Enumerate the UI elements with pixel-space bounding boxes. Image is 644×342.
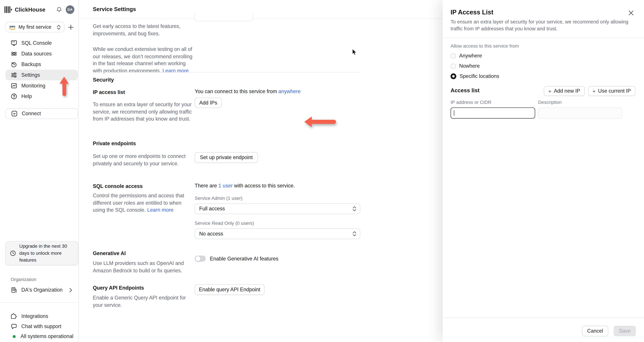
security-section-heading: Security bbox=[93, 77, 193, 83]
system-status-label: All systems operational bbox=[20, 334, 73, 339]
connect-button[interactable]: Connect bbox=[5, 108, 78, 119]
organization-section-label: Organization bbox=[11, 277, 36, 282]
sidebar-item-chat-support[interactable]: Chat with support bbox=[5, 321, 78, 332]
generative-ai-description: Use LLM providers such as OpenAI and Ama… bbox=[93, 260, 193, 275]
sidebar-divider bbox=[0, 302, 79, 303]
add-ips-button[interactable]: Add IPs bbox=[195, 98, 222, 108]
backups-history-icon bbox=[11, 61, 17, 68]
radio-circle-icon bbox=[451, 63, 456, 69]
add-new-ip-button[interactable]: +Add new IP bbox=[544, 86, 585, 96]
clickhouse-logo-icon bbox=[4, 6, 12, 13]
connect-from-text: You can connect to this service from bbox=[195, 89, 277, 94]
main-content: Service Settings Get early access to the… bbox=[79, 0, 443, 342]
chat-support-label: Chat with support bbox=[21, 324, 61, 329]
radio-anywhere[interactable]: Anywhere bbox=[451, 53, 482, 59]
integrations-label: Integrations bbox=[21, 313, 48, 319]
sql-users-summary: There are 1 user with access to this ser… bbox=[195, 183, 367, 188]
service-name: My first service bbox=[18, 24, 55, 30]
panel-subtitle: To ensure an extra layer of security for… bbox=[451, 18, 639, 32]
sidebar-item-label: SQL Console bbox=[21, 40, 52, 46]
generative-ai-heading: Generative AI bbox=[93, 251, 193, 256]
status-green-dot-icon bbox=[12, 335, 16, 338]
query-api-heading: Query API Endpoints bbox=[93, 285, 193, 291]
enable-query-api-button[interactable]: Enable query API Endpoint bbox=[195, 284, 264, 295]
help-icon bbox=[11, 93, 17, 100]
ip-cidr-input[interactable] bbox=[451, 108, 535, 119]
ip-cidr-label: IP address or CIDR bbox=[451, 100, 492, 105]
description-label: Description bbox=[538, 100, 562, 105]
sidebar-item-label: Backups bbox=[21, 61, 41, 67]
description-input[interactable] bbox=[538, 108, 622, 119]
anywhere-link[interactable]: anywhere bbox=[278, 89, 301, 94]
service-readonly-select[interactable]: No access bbox=[195, 228, 360, 239]
mouse-cursor bbox=[352, 48, 358, 56]
service-admin-select[interactable]: Full access bbox=[195, 203, 360, 214]
fast-release-description-2: While we conduct extensive testing on al… bbox=[93, 46, 193, 75]
chat-bubble-icon bbox=[11, 323, 17, 330]
brand-row: ClickHouse DA bbox=[0, 0, 78, 19]
notifications-bell-icon[interactable] bbox=[56, 6, 62, 12]
service-readonly-value: No access bbox=[199, 231, 223, 237]
service-admin-label: Service Admin (1 user) bbox=[195, 196, 242, 200]
organization-name: DA's Organization bbox=[21, 287, 62, 293]
organization-building-icon bbox=[11, 287, 17, 293]
radio-specific-locations[interactable]: Specific locations bbox=[451, 73, 499, 79]
private-endpoints-heading: Private endpoints bbox=[93, 141, 193, 146]
panel-divider bbox=[443, 38, 644, 38]
plus-icon: + bbox=[548, 88, 552, 94]
sql-access-learn-more-link[interactable]: Learn more bbox=[147, 207, 174, 213]
main-header: Service Settings bbox=[79, 0, 443, 19]
save-button[interactable]: Save bbox=[614, 326, 636, 336]
allow-access-label: Allow access to this service from bbox=[451, 43, 519, 48]
upgrade-notice[interactable]: Upgrade in the next 30 days to unlock mo… bbox=[5, 241, 78, 265]
cancel-button[interactable]: Cancel bbox=[582, 326, 608, 336]
select-chevrons-icon bbox=[352, 206, 356, 211]
data-sources-icon bbox=[11, 50, 17, 57]
settings-sliders-icon bbox=[11, 72, 17, 78]
connect-icon bbox=[11, 110, 18, 117]
clock-icon bbox=[10, 250, 16, 256]
release-channel-dropdown-cutoff[interactable] bbox=[194, 13, 253, 21]
sidebar: ClickHouse DA aws My first service bbox=[0, 0, 79, 342]
fast-release-description-1: Get early access to the latest features,… bbox=[93, 23, 193, 37]
fast-release-learn-more-link[interactable]: Learn more bbox=[162, 68, 189, 74]
query-api-description: Enable a Generic Query API endpoint for … bbox=[93, 294, 193, 309]
clickhouse-console: ClickHouse DA aws My first service bbox=[0, 0, 644, 342]
sidebar-item-sql-console[interactable]: SQL Console bbox=[5, 38, 78, 48]
sidebar-item-label: Data sources bbox=[21, 51, 52, 57]
section-divider bbox=[93, 72, 360, 73]
add-service-button[interactable] bbox=[68, 24, 74, 30]
sql-console-access-description: Control the permissions and access that … bbox=[93, 192, 193, 214]
one-user-link[interactable]: 1 user bbox=[218, 183, 232, 188]
access-list-heading: Access list bbox=[451, 87, 480, 94]
generative-ai-toggle-row: Enable Generative AI features bbox=[195, 256, 367, 262]
service-admin-value: Full access bbox=[199, 206, 225, 211]
plus-icon: + bbox=[592, 88, 596, 94]
sidebar-item-data-sources[interactable]: Data sources bbox=[5, 48, 78, 59]
setup-private-endpoint-button[interactable]: Set up private endpoint bbox=[195, 152, 258, 163]
use-current-ip-button[interactable]: +Use current IP bbox=[588, 86, 636, 96]
radio-selected-icon bbox=[451, 73, 456, 79]
integrations-puzzle-icon bbox=[11, 313, 17, 320]
connect-label: Connect bbox=[22, 111, 41, 116]
users-prefix: There are bbox=[195, 183, 217, 188]
organization-switcher[interactable]: DA's Organization bbox=[5, 285, 78, 295]
monitoring-chart-icon bbox=[11, 82, 17, 89]
red-arrow-left-annotation bbox=[304, 117, 336, 127]
chevron-updown-icon bbox=[57, 24, 61, 30]
aws-provider-icon: aws bbox=[9, 24, 16, 30]
sidebar-item-integrations[interactable]: Integrations bbox=[5, 311, 78, 322]
radio-label: Anywhere bbox=[459, 53, 482, 59]
radio-nowhere[interactable]: Nowhere bbox=[451, 63, 480, 69]
close-icon[interactable] bbox=[628, 10, 634, 15]
user-avatar[interactable]: DA bbox=[66, 5, 74, 14]
radio-label: Specific locations bbox=[460, 73, 499, 79]
users-suffix: with access to this service. bbox=[234, 183, 295, 188]
system-status-row[interactable]: All systems operational bbox=[5, 331, 78, 342]
sidebar-item-backups[interactable]: Backups bbox=[5, 59, 78, 70]
brand-name: ClickHouse bbox=[15, 6, 46, 12]
panel-title: IP Access List bbox=[451, 8, 494, 16]
generative-ai-toggle[interactable] bbox=[195, 256, 206, 262]
service-selector[interactable]: aws My first service bbox=[5, 22, 64, 32]
ip-access-connect-text: You can connect to this service from any… bbox=[195, 89, 367, 94]
